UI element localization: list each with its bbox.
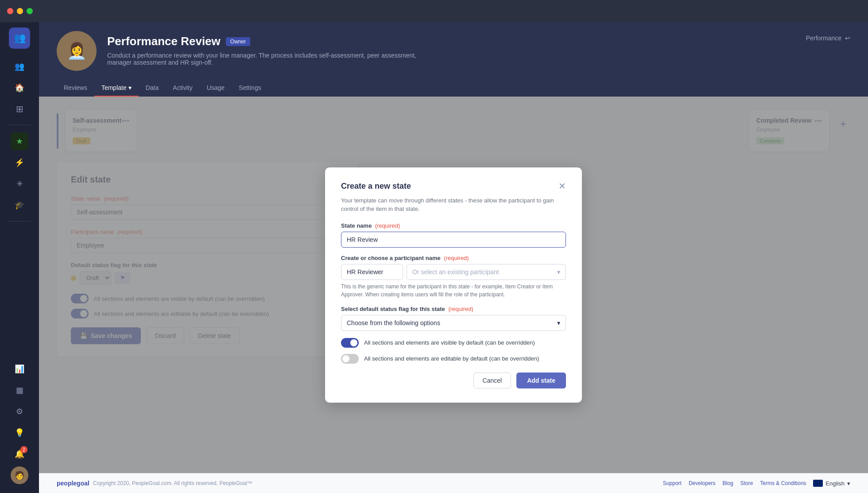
modal-cancel-button[interactable]: Cancel <box>473 373 512 388</box>
sidebar-item-chart[interactable]: 📊 <box>11 360 28 378</box>
modal-overlay: Create a new state ✕ Your template can m… <box>39 97 868 473</box>
footer-link-developers[interactable]: Developers <box>689 480 716 486</box>
modal-description: Your template can move through different… <box>341 196 566 214</box>
chevron-down-icon: ▾ <box>128 84 132 91</box>
page-header: 👩‍💼 Performance Review Owner Conduct a p… <box>39 22 868 97</box>
footer-link-store[interactable]: Store <box>740 480 753 486</box>
modal-title: Create a new state <box>341 182 411 191</box>
main-content: 👩‍💼 Performance Review Owner Conduct a p… <box>39 22 868 493</box>
sidebar-item-graduation[interactable]: 🎓 <box>11 196 28 214</box>
sidebar-item-users[interactable]: 👥 <box>11 58 28 75</box>
template-area: Self-assessment ••• Employee Draft Compl… <box>39 97 868 473</box>
sidebar-item-grid[interactable]: ⊞ <box>11 100 28 118</box>
tab-settings[interactable]: Settings <box>232 80 268 97</box>
modal-status-select[interactable]: Choose from the following options ▾ <box>341 315 566 331</box>
page-avatar: 👩‍💼 <box>57 31 97 71</box>
graduation-icon: 🎓 <box>15 200 24 210</box>
create-state-modal: Create a new state ✕ Your template can m… <box>325 167 582 403</box>
footer-logo: peoplegoal <box>57 480 89 487</box>
tab-reviews[interactable]: Reviews <box>57 80 94 97</box>
modal-participant-label: Create or choose a participant name (req… <box>341 255 566 261</box>
undo-icon[interactable]: ↩ <box>845 35 850 42</box>
modal-status-label: Select default status flag for this stat… <box>341 306 566 312</box>
tab-activity[interactable]: Activity <box>166 80 199 97</box>
modal-participant-placeholder: Or select an existing participant <box>412 268 499 276</box>
grid-icon: ⊞ <box>16 104 23 114</box>
sidebar-item-table[interactable]: ▦ <box>11 381 28 399</box>
modal-visibility-label: All sections and elements are visible by… <box>364 339 535 346</box>
language-label: English <box>825 480 845 487</box>
footer-links: Support Developers Blog Store Terms & Co… <box>663 480 850 487</box>
modal-editable-label: All sections and elements are editable b… <box>364 355 539 362</box>
sidebar-item-asterisk[interactable]: ✳ <box>11 175 28 193</box>
modal-state-name-input[interactable] <box>341 232 566 248</box>
bolt-icon: ⚡ <box>15 158 24 167</box>
modal-editable-toggle[interactable] <box>341 354 359 364</box>
breadcrumb: Performance ↩ <box>806 31 850 42</box>
star-icon: ★ <box>16 136 23 146</box>
modal-participant-select[interactable]: Or select an existing participant ▾ <box>407 264 566 280</box>
page-description: Conduct a performance review with your l… <box>107 52 417 66</box>
tab-template[interactable]: Template ▾ <box>94 80 139 97</box>
flag-icon <box>813 480 823 487</box>
chart-icon: 📊 <box>15 364 24 374</box>
settings-icon: ⚙ <box>16 407 23 416</box>
chevron-down-icon: ▾ <box>557 268 560 276</box>
sidebar-divider-1 <box>8 125 31 125</box>
sidebar-logo[interactable]: 👥 <box>9 27 30 49</box>
footer-link-blog[interactable]: Blog <box>723 480 733 486</box>
page-footer: peoplegoal Copyright 2020, PeopleGoal.co… <box>39 473 868 493</box>
sidebar-item-bulb[interactable]: 💡 <box>11 424 28 442</box>
modal-visibility-toggle[interactable] <box>341 338 359 348</box>
table-icon: ▦ <box>16 385 23 395</box>
user-avatar[interactable]: 🧑 <box>11 466 28 484</box>
footer-copyright: Copyright 2020, PeopleGoal.com. All righ… <box>93 480 252 486</box>
footer-link-support[interactable]: Support <box>663 480 682 486</box>
window-chrome <box>0 0 868 22</box>
maximize-button[interactable] <box>27 8 33 14</box>
chevron-down-icon-2: ▾ <box>557 319 560 326</box>
owner-badge: Owner <box>226 37 250 46</box>
tab-data[interactable]: Data <box>139 80 166 97</box>
modal-close-button[interactable]: ✕ <box>558 182 566 190</box>
language-chevron-icon: ▾ <box>847 480 850 487</box>
footer-link-terms[interactable]: Terms & Conditions <box>760 480 806 486</box>
modal-participant-value: HR Reviewer <box>341 264 403 280</box>
modal-participant-hint: This is the generic name for the partici… <box>341 283 566 299</box>
sidebar-item-bolt[interactable]: ⚡ <box>11 154 28 171</box>
sidebar-item-settings[interactable]: ⚙ <box>11 403 28 420</box>
modal-state-name-label: State name (required) <box>341 222 566 229</box>
notification-badge: 2 <box>20 446 27 453</box>
tab-usage[interactable]: Usage <box>200 80 232 97</box>
close-button[interactable] <box>7 8 13 14</box>
home-icon: 🏠 <box>15 83 24 93</box>
asterisk-icon: ✳ <box>16 179 23 189</box>
minimize-button[interactable] <box>17 8 23 14</box>
sidebar-item-home[interactable]: 🏠 <box>11 79 28 97</box>
sidebar-item-bell[interactable]: 🔔 2 <box>11 445 28 463</box>
sidebar: 👥 👥 🏠 ⊞ ★ ⚡ ✳ 🎓 📊 ▦ <box>0 22 39 493</box>
users-icon: 👥 <box>15 62 24 71</box>
language-selector[interactable]: English ▾ <box>813 480 850 487</box>
bulb-icon: 💡 <box>15 428 24 438</box>
sidebar-divider-2 <box>8 221 31 221</box>
header-info: Performance Review Owner Conduct a perfo… <box>107 31 417 66</box>
modal-add-state-button[interactable]: Add state <box>516 373 566 388</box>
sidebar-item-star[interactable]: ★ <box>11 132 28 150</box>
nav-tabs: Reviews Template ▾ Data Activity Usage S… <box>57 80 850 97</box>
page-title: Performance Review <box>107 35 221 48</box>
modal-status-placeholder: Choose from the following options <box>347 319 440 326</box>
